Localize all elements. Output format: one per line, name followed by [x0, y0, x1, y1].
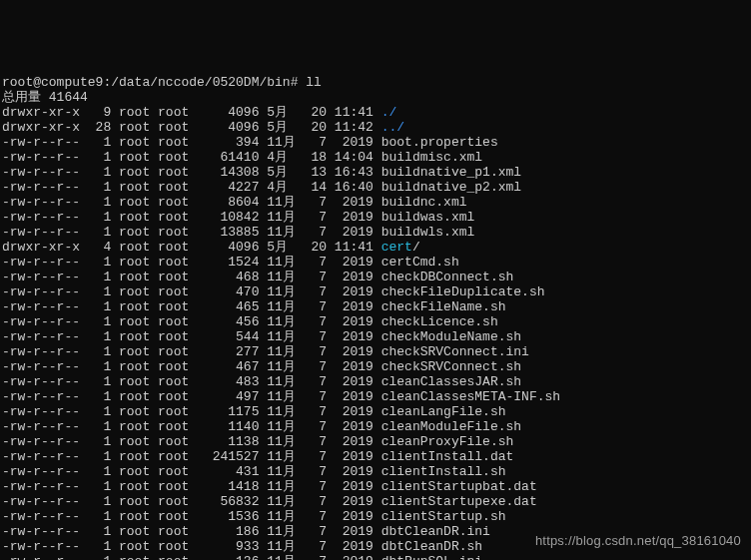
listing-row: -rw-r--r-- 1 root root 465 11月 7 2019 ch…	[2, 299, 749, 314]
file-name: ../	[381, 120, 404, 135]
listing-row: -rw-r--r-- 1 root root 10842 11月 7 2019 …	[2, 210, 749, 225]
listing-row: -rw-r--r-- 1 root root 1138 11月 7 2019 c…	[2, 434, 749, 449]
file-name: cleanClassesMETA-INF.sh	[381, 389, 560, 404]
file-name: certCmd.sh	[381, 255, 459, 270]
listing-row: -rw-r--r-- 1 root root 394 11月 7 2019 bo…	[2, 135, 749, 150]
listing-row: -rw-r--r-- 1 root root 56832 11月 7 2019 …	[2, 494, 749, 509]
file-name: buildnative_p1.xml	[381, 165, 521, 180]
listing-row: -rw-r--r-- 1 root root 1175 11月 7 2019 c…	[2, 404, 749, 419]
listing-row: -rw-r--r-- 1 root root 277 11月 7 2019 ch…	[2, 344, 749, 359]
file-name: buildmisc.xml	[381, 150, 482, 165]
file-name: buildnc.xml	[381, 195, 467, 210]
listing-row: drwxr-xr-x 28 root root 4096 5月 20 11:42…	[2, 120, 749, 135]
listing-row: -rw-r--r-- 1 root root 1140 11月 7 2019 c…	[2, 419, 749, 434]
file-name: buildwas.xml	[381, 210, 475, 225]
file-listing: drwxr-xr-x 9 root root 4096 5月 20 11:41 …	[2, 105, 749, 560]
listing-row: -rw-r--r-- 1 root root 1418 11月 7 2019 c…	[2, 479, 749, 494]
listing-row: -rw-r--r-- 1 root root 431 11月 7 2019 cl…	[2, 464, 749, 479]
listing-row: -rw-r--r-- 1 root root 1524 11月 7 2019 c…	[2, 255, 749, 270]
listing-row: -rw-r--r-- 1 root root 470 11月 7 2019 ch…	[2, 284, 749, 299]
listing-row: -rw-r--r-- 1 root root 468 11月 7 2019 ch…	[2, 270, 749, 284]
file-name: dbtCleanDR.sh	[381, 539, 482, 554]
file-name: cleanModuleFile.sh	[381, 419, 521, 434]
file-name: checkSRVConnect.sh	[381, 359, 521, 374]
file-name: checkFileDuplicate.sh	[381, 284, 545, 299]
file-name: checkDBConnect.sh	[381, 270, 514, 284]
listing-row: drwxr-xr-x 4 root root 4096 5月 20 11:41 …	[2, 240, 749, 255]
file-name: cleanProxyFile.sh	[381, 434, 514, 449]
file-name: clientInstall.dat	[381, 449, 514, 464]
watermark-text: https://blog.csdn.net/qq_38161040	[535, 533, 741, 548]
listing-row: -rw-r--r-- 1 root root 136 11月 7 2019 db…	[2, 554, 749, 560]
listing-row: -rw-r--r-- 1 root root 497 11月 7 2019 cl…	[2, 389, 749, 404]
listing-row: -rw-r--r-- 1 root root 544 11月 7 2019 ch…	[2, 329, 749, 344]
file-name: clientStartupexe.dat	[381, 494, 537, 509]
file-name: buildwls.xml	[381, 225, 475, 240]
listing-row: -rw-r--r-- 1 root root 13885 11月 7 2019 …	[2, 225, 749, 240]
file-name: checkLicence.sh	[381, 314, 498, 329]
file-name: cleanLangFile.sh	[381, 404, 506, 419]
file-name: checkSRVConnect.ini	[381, 344, 529, 359]
total-line: 总用量 41644	[2, 90, 88, 105]
listing-row: -rw-r--r-- 1 root root 4227 4月 14 16:40 …	[2, 180, 749, 195]
file-name: cert	[381, 240, 412, 255]
command-prompt: root@compute9:/data/nccode/0520DM/bin# l…	[2, 75, 322, 90]
terminal-output[interactable]: root@compute9:/data/nccode/0520DM/bin# l…	[0, 60, 751, 560]
listing-row: -rw-r--r-- 1 root root 1536 11月 7 2019 c…	[2, 509, 749, 524]
file-name: clientInstall.sh	[381, 464, 506, 479]
listing-row: -rw-r--r-- 1 root root 456 11月 7 2019 ch…	[2, 314, 749, 329]
file-name: buildnative_p2.xml	[381, 180, 521, 195]
file-name: checkModuleName.sh	[381, 329, 521, 344]
listing-row: -rw-r--r-- 1 root root 8604 11月 7 2019 b…	[2, 195, 749, 210]
listing-row: -rw-r--r-- 1 root root 61410 4月 18 14:04…	[2, 150, 749, 165]
file-name: clientStartup.sh	[381, 509, 506, 524]
file-name: ./	[381, 105, 397, 120]
file-name: dbtCleanDR.ini	[381, 524, 490, 539]
file-name: boot.properties	[381, 135, 498, 150]
file-name: clientStartupbat.dat	[381, 479, 537, 494]
listing-row: -rw-r--r-- 1 root root 467 11月 7 2019 ch…	[2, 359, 749, 374]
listing-row: -rw-r--r-- 1 root root 483 11月 7 2019 cl…	[2, 374, 749, 389]
file-name: cleanClassesJAR.sh	[381, 374, 521, 389]
file-name: dbtRunSQL.ini	[381, 554, 482, 560]
listing-row: -rw-r--r-- 1 root root 14308 5月 13 16:43…	[2, 165, 749, 180]
listing-row: -rw-r--r-- 1 root root 241527 11月 7 2019…	[2, 449, 749, 464]
listing-row: drwxr-xr-x 9 root root 4096 5月 20 11:41 …	[2, 105, 749, 120]
file-name: checkFileName.sh	[381, 299, 506, 314]
